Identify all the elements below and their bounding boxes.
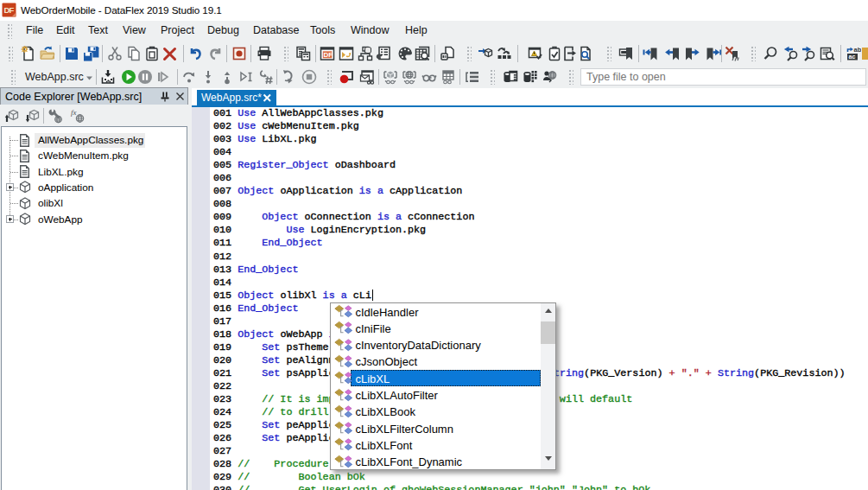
- svg-text:DF: DF: [324, 51, 333, 59]
- svg-text:ab: ab: [854, 46, 862, 54]
- svg-text:fx: fx: [71, 108, 77, 117]
- svg-text:ac: ac: [849, 54, 856, 60]
- svg-text:DF: DF: [4, 5, 15, 15]
